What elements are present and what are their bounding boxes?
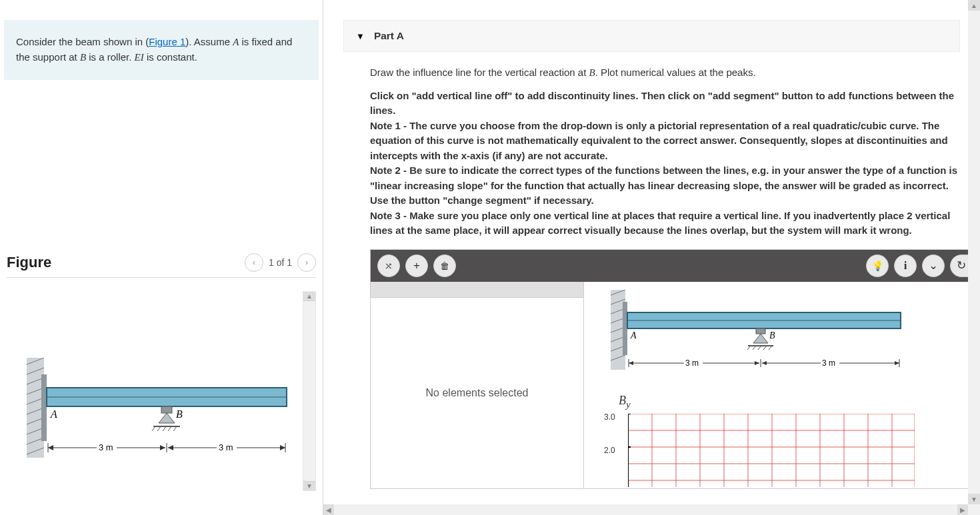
svg-marker-29	[168, 445, 173, 450]
intro-text: is a roller.	[86, 51, 135, 63]
intro-text: is constant.	[144, 51, 197, 63]
scroll-up-icon[interactable]: ▲	[968, 0, 980, 11]
var-EI: EI	[135, 52, 144, 63]
ytick-3: 3.0	[604, 412, 615, 422]
svg-line-20	[168, 426, 171, 431]
left-pane: Consider the beam shown in (Figure 1). A…	[0, 0, 323, 515]
svg-marker-63	[895, 361, 899, 365]
figure-title: Figure	[7, 254, 51, 271]
svg-text:3 m: 3 m	[822, 358, 835, 368]
page-root: Consider the beam shown in (Figure 1). A…	[0, 0, 980, 515]
y-axis-label: By	[619, 394, 631, 410]
trash-icon: 🗑	[440, 260, 449, 271]
plus-icon: +	[413, 259, 420, 272]
svg-line-21	[173, 426, 177, 431]
delete-button[interactable]: 🗑	[433, 255, 456, 277]
svg-text:A: A	[630, 330, 637, 340]
intro-text: Consider the beam shown in (	[16, 36, 149, 47]
panel-header-strip	[371, 282, 583, 298]
beam-diagram: A B 3 m 3 m	[27, 358, 293, 478]
svg-marker-62	[762, 361, 767, 365]
ytick-2: 2.0	[604, 446, 615, 455]
question-notes: Click on "add vertical line off" to add …	[370, 89, 960, 239]
part-label: Part A	[374, 30, 404, 42]
figure-link[interactable]: Figure 1	[149, 36, 185, 47]
var-B: B	[80, 52, 86, 63]
right-vertical-scrollbar[interactable]: ▲ ▼	[968, 0, 980, 515]
collapse-icon: ▼	[356, 31, 365, 41]
label-A: A	[50, 408, 57, 420]
right-horizontal-scrollbar[interactable]: ◀ ▶	[323, 504, 968, 515]
pager-text: 1 of 1	[269, 257, 292, 268]
svg-line-18	[157, 426, 161, 431]
prev-figure-button[interactable]: ‹	[245, 253, 263, 272]
figure-area: A B 3 m 3 m ▲ ▼	[7, 291, 316, 491]
mini-beam-diagram: A B 3 m 3 m	[611, 290, 904, 390]
right-pane: ▼ Part A Draw the influence line for the…	[323, 0, 980, 515]
next-figure-button[interactable]: ›	[297, 253, 316, 272]
widget-body: No elements selected A	[371, 282, 979, 488]
scroll-down-icon[interactable]: ▼	[968, 494, 980, 504]
svg-line-19	[163, 426, 166, 431]
figure-header: Figure ‹ 1 of 1 ›	[7, 253, 316, 278]
svg-marker-28	[160, 445, 165, 450]
pencil-icon: ⤯	[385, 260, 393, 271]
scroll-up-icon[interactable]: ▲	[303, 292, 315, 301]
svg-rect-45	[756, 328, 765, 334]
selection-panel: No elements selected	[371, 282, 584, 488]
figure-pager: ‹ 1 of 1 ›	[245, 253, 316, 272]
svg-rect-42	[623, 302, 627, 355]
reset-icon: ↻	[957, 258, 966, 272]
dim-2: 3 m	[219, 442, 233, 452]
scroll-left-icon[interactable]: ◀	[323, 504, 334, 515]
part-header[interactable]: ▼ Part A	[343, 20, 960, 52]
svg-line-17	[152, 426, 155, 431]
var-A: A	[233, 37, 239, 47]
hint-button[interactable]: 💡	[866, 255, 889, 277]
svg-marker-30	[280, 445, 285, 450]
bulb-icon: 💡	[872, 260, 883, 271]
question-prompt: Draw the influence line for the vertical…	[370, 65, 960, 81]
chevron-down-icon: ⌄	[929, 258, 938, 272]
dropdown-button[interactable]: ⌄	[922, 255, 945, 277]
no-elements-text: No elements selected	[371, 298, 583, 488]
plot-grid	[628, 414, 915, 487]
problem-intro: Consider the beam shown in (Figure 1). A…	[4, 20, 319, 80]
add-segment-button[interactable]: +	[405, 255, 428, 277]
intro-text: ). Assume	[185, 36, 233, 47]
add-line-button[interactable]: ⤯	[377, 255, 400, 277]
scroll-down-icon[interactable]: ▼	[303, 481, 315, 490]
widget-toolbar: ⤯ + 🗑 💡 i ⌄ ↻	[371, 250, 979, 282]
svg-marker-60	[629, 361, 633, 365]
dim-1: 3 m	[99, 442, 113, 452]
svg-marker-15	[159, 413, 175, 423]
svg-marker-46	[753, 334, 768, 343]
svg-rect-11	[41, 374, 47, 441]
svg-text:B: B	[769, 330, 775, 340]
var-B: B	[589, 67, 595, 78]
svg-marker-61	[755, 361, 759, 365]
question-body: Draw the influence line for the vertical…	[370, 65, 960, 239]
svg-rect-14	[161, 406, 172, 413]
label-B: B	[176, 408, 183, 420]
svg-marker-27	[48, 445, 53, 450]
info-icon: i	[904, 259, 907, 272]
info-button[interactable]: i	[894, 255, 917, 277]
svg-text:3 m: 3 m	[685, 358, 699, 368]
plot-panel[interactable]: A B 3 m 3 m By 3.0 2.0	[584, 282, 979, 488]
figure-scrollbar[interactable]: ▲ ▼	[303, 291, 316, 491]
scroll-right-icon[interactable]: ▶	[957, 504, 968, 515]
drawing-widget: ⤯ + 🗑 💡 i ⌄ ↻ No elements selected	[370, 249, 980, 489]
